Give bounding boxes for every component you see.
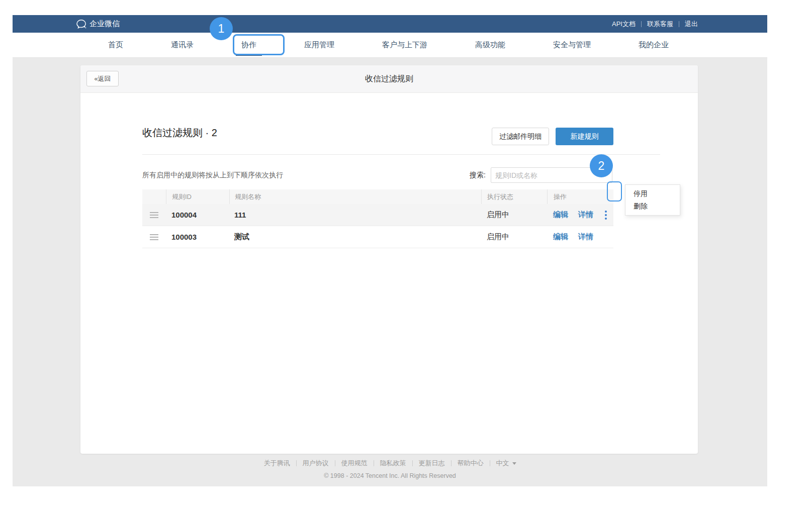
topbar: 企业微信 API文档 联系客服 退出: [13, 15, 767, 33]
column-header-rule-id: 规则ID: [166, 189, 229, 204]
mail-filter-rules-card: «返回 收信过滤规则 收信过滤规则 · 2 过滤邮件明细 新建规则 所有启用中的…: [80, 65, 698, 454]
chevron-down-icon: [512, 462, 516, 465]
active-tab-indicator: [236, 54, 262, 56]
nav-tab-contacts[interactable]: 通讯录: [171, 33, 194, 57]
search-label: 搜索:: [453, 171, 486, 180]
divider: [451, 460, 452, 466]
topbar-links: API文档 联系客服 退出: [612, 15, 698, 33]
annotation-step-1: 1: [210, 17, 233, 40]
divider: [412, 460, 413, 466]
annotation-step-2: 2: [590, 154, 613, 177]
topbar-link-api-docs[interactable]: API文档: [612, 20, 636, 29]
language-selector[interactable]: 中文: [496, 459, 516, 468]
footer-link-about-tencent[interactable]: 关于腾讯: [264, 459, 290, 468]
divider: [296, 460, 297, 466]
drag-handle-icon[interactable]: [142, 212, 166, 218]
divider: [142, 154, 660, 155]
column-header-rule-name: 规则名称: [229, 189, 481, 204]
nav-tab-my-company[interactable]: 我的企业: [639, 33, 669, 57]
divider: [335, 460, 335, 466]
edit-link[interactable]: 编辑: [553, 232, 568, 242]
filter-mail-detail-button[interactable]: 过滤邮件明细: [492, 128, 549, 145]
footer-link-user-agreement[interactable]: 用户协议: [303, 459, 329, 468]
column-header-status: 执行状态: [481, 189, 547, 204]
divider: [679, 21, 679, 27]
row-actions: 编辑 详情: [547, 232, 613, 242]
footer-link-changelog[interactable]: 更新日志: [419, 459, 445, 468]
column-header-actions: 操作: [547, 189, 613, 204]
row-actions: 编辑 详情: [547, 210, 613, 220]
nav-tab-customers-updownstream[interactable]: 客户与上下游: [382, 33, 427, 57]
footer-link-usage-rules[interactable]: 使用规范: [341, 459, 368, 468]
main-nav: 首页 通讯录 协作 应用管理 客户与上下游 高级功能 安全与管理 我的企业: [13, 33, 767, 58]
annotation-highlight-box-1: [233, 34, 285, 55]
search-row: 搜索:: [453, 167, 612, 183]
footer: 关于腾讯 用户协议 使用规范 隐私政策 更新日志 帮助中心 中文 © 1998 …: [13, 459, 767, 479]
edit-link[interactable]: 编辑: [553, 210, 568, 220]
rule-name: 111: [229, 211, 481, 219]
status-badge: 启用中: [481, 210, 547, 220]
wecom-logo-icon: [76, 20, 86, 29]
topbar-link-logout[interactable]: 退出: [685, 20, 698, 29]
table-row: 100003 测试 启用中 编辑 详情: [142, 226, 613, 248]
page-title: 收信过滤规则: [80, 65, 698, 93]
divider: [490, 460, 490, 466]
nav-tab-app-management[interactable]: 应用管理: [304, 33, 334, 57]
nav-tab-home[interactable]: 首页: [108, 33, 123, 57]
divider: [641, 21, 642, 27]
divider: [374, 460, 374, 466]
footer-link-privacy-policy[interactable]: 隐私政策: [380, 459, 406, 468]
new-rule-button[interactable]: 新建规则: [556, 128, 613, 145]
rules-table: 规则ID 规则名称 执行状态 操作 100004 111 启用中 编辑 详情: [142, 189, 613, 248]
nav-tab-collaboration[interactable]: 协作: [241, 33, 256, 57]
nav-tab-advanced-features[interactable]: 高级功能: [475, 33, 505, 57]
row-actions-menu: 停用 删除: [625, 184, 680, 216]
nav-tab-security-management[interactable]: 安全与管理: [553, 33, 591, 57]
rule-id: 100004: [166, 211, 229, 219]
footer-links: 关于腾讯 用户协议 使用规范 隐私政策 更新日志 帮助中心 中文: [13, 459, 767, 468]
rule-id: 100003: [166, 233, 229, 241]
section-heading: 收信过滤规则 · 2: [142, 126, 217, 140]
table-header-row: 规则ID 规则名称 执行状态 操作: [142, 189, 613, 204]
more-actions-icon[interactable]: [605, 211, 607, 220]
menu-item-disable[interactable]: 停用: [625, 187, 680, 200]
browser-page: 企业微信 API文档 联系客服 退出 首页 通讯录 协作 应用管理 客户与上下游…: [13, 15, 767, 486]
footer-link-help-center[interactable]: 帮助中心: [458, 459, 484, 468]
wecom-logo: 企业微信: [76, 15, 120, 33]
table-row: 100004 111 启用中 编辑 详情: [142, 204, 613, 226]
logo-text: 企业微信: [89, 19, 120, 29]
rules-order-note: 所有启用中的规则将按从上到下顺序依次执行: [142, 167, 283, 183]
content-area: «返回 收信过滤规则 收信过滤规则 · 2 过滤邮件明细 新建规则 所有启用中的…: [13, 58, 767, 486]
card-header: «返回 收信过滤规则: [80, 65, 698, 93]
topbar-link-contact-support[interactable]: 联系客服: [647, 20, 673, 29]
status-badge: 启用中: [481, 232, 547, 242]
drag-handle-icon[interactable]: [142, 234, 166, 240]
menu-item-delete[interactable]: 删除: [625, 200, 680, 213]
copyright: © 1998 - 2024 Tencent Inc. All Rights Re…: [13, 472, 767, 479]
rule-name: 测试: [229, 232, 481, 242]
detail-link[interactable]: 详情: [578, 210, 593, 220]
detail-link[interactable]: 详情: [578, 232, 593, 242]
